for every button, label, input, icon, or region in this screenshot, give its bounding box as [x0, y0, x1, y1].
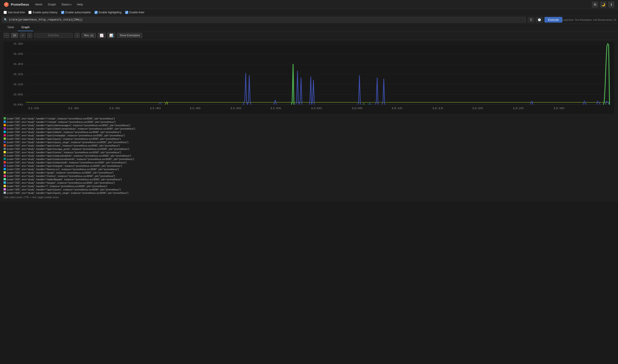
legend-item[interactable]: {code="200", env="study", handler="/api/… — [4, 124, 614, 127]
legend-color — [4, 144, 6, 146]
legend-item[interactable]: {code="200", env="study", handler="/metr… — [4, 174, 614, 177]
settings-icon[interactable]: ⚙ — [592, 1, 598, 8]
svg-text:11:30: 11:30 — [68, 107, 79, 110]
show-exemplars-button[interactable]: Show Exemplars — [117, 33, 142, 38]
nav-graph[interactable]: Graph — [46, 2, 58, 7]
graph-controls: − 1h + ‹ › Res. (s) 📈 📊 Show Exemplars — [0, 31, 618, 40]
svg-text:11:45: 11:45 — [189, 107, 200, 110]
legend-color — [4, 158, 6, 160]
legend-color — [4, 148, 6, 150]
legend-item-text: {code="200", env="study", handler="/api/… — [7, 127, 135, 130]
enable-linter-text: Enable linter — [130, 11, 145, 14]
legend-item[interactable]: {code="400", env="study", handler="/api/… — [4, 188, 614, 191]
navbar-right: ⚙ 🌙 ℹ — [592, 1, 614, 8]
legend-item[interactable]: {code="200", env="study", handler="/api/… — [4, 164, 614, 167]
tab-graph[interactable]: Graph — [18, 24, 33, 31]
legend-color — [4, 141, 6, 143]
legend-item-text: {code="200", env="study", handler="/api/… — [7, 161, 127, 164]
legend-item[interactable]: {code="200", env="study", handler="/api/… — [4, 157, 614, 160]
enable-linter-checkbox[interactable] — [125, 11, 128, 14]
search-input-wrapper: 🔍 — [2, 17, 526, 23]
time-next-button[interactable]: › — [75, 33, 79, 38]
legend-item[interactable]: {code="200", env="study", handler="/api/… — [4, 144, 614, 147]
legend-color — [4, 178, 6, 180]
theme-icon[interactable]: 🌙 — [600, 1, 606, 8]
chart-svg: 0.30 0.25 0.20 0.15 0.10 0.05 0.00 11:25… — [4, 41, 614, 114]
enable-query-history-label[interactable]: Enable query history — [28, 11, 57, 14]
svg-text:11:55: 11:55 — [270, 107, 281, 110]
legend-item[interactable]: {code="302", env="study", handler="/", i… — [4, 185, 614, 188]
tab-table[interactable]: Table — [4, 24, 18, 31]
chart-stacked-button[interactable]: 📊 — [107, 33, 115, 38]
execute-button[interactable]: Execute — [544, 17, 562, 23]
legend-item[interactable]: {code="200", env="study", handler="/api/… — [4, 134, 614, 137]
time-minus-button[interactable]: − — [4, 33, 9, 38]
legend-item[interactable]: {code="200", env="study", handler="/targ… — [4, 181, 614, 184]
chart-line-button[interactable]: 📈 — [98, 33, 105, 38]
legend-item[interactable]: {code="200", env="study", handler="/api/… — [4, 127, 614, 130]
info-icon[interactable]: ℹ — [608, 1, 614, 8]
search-bar: 🔍 ☰ 🕐 Execute Load time: 7ms Resolution:… — [0, 16, 618, 24]
svg-rect-2 — [4, 41, 614, 114]
enable-autocomplete-label[interactable]: Enable autocomplete — [61, 11, 91, 14]
svg-text:12:20: 12:20 — [472, 107, 483, 110]
svg-text:0.30: 0.30 — [13, 42, 23, 45]
legend-item-text: {code="200", env="study", handler="/api/… — [7, 144, 120, 147]
enable-highlighting-text: Enable highlighting — [99, 11, 121, 14]
legend-item[interactable]: {code="200", env="study", handler="/api/… — [4, 130, 614, 133]
nav-alerts[interactable]: Alerts — [33, 2, 45, 7]
use-local-time-label[interactable]: Use local time — [4, 11, 25, 14]
svg-text:0.20: 0.20 — [13, 63, 23, 65]
legend-item-text: {code="200", env="study", handler="/targ… — [7, 182, 115, 184]
end-time-input[interactable] — [34, 33, 73, 38]
enable-autocomplete-checkbox[interactable] — [61, 11, 64, 14]
svg-text:P: P — [5, 3, 7, 6]
time-prev-button[interactable]: ‹ — [27, 33, 32, 38]
nav-help[interactable]: Help — [75, 2, 85, 7]
legend-item-text: {code="400", env="study", handler="/api/… — [7, 192, 129, 194]
legend-item[interactable]: {code="200", env="study", handler="/-/re… — [4, 117, 614, 120]
resolution-button[interactable]: Res. (s) — [81, 33, 96, 38]
enable-query-history-checkbox[interactable] — [28, 11, 32, 14]
legend-item[interactable]: {code="200", env="study", handler="/api/… — [4, 151, 614, 154]
legend-item[interactable]: {code="200", env="study", handler="/api/… — [4, 154, 614, 157]
query-input[interactable] — [9, 18, 524, 21]
toolbar: Use local time Enable query history Enab… — [0, 9, 618, 16]
legend-item[interactable]: {code="400", env="study", handler="/api/… — [4, 191, 614, 194]
tabs-bar: Table Graph — [0, 24, 618, 31]
svg-text:0.25: 0.25 — [13, 52, 23, 55]
legend-item[interactable]: {code="200", env="study", handler="/favi… — [4, 168, 614, 171]
enable-highlighting-checkbox[interactable] — [94, 11, 98, 14]
legend-items-container: {code="200", env="study", handler="/-/re… — [4, 117, 614, 194]
use-local-time-text: Use local time — [8, 11, 25, 14]
legend-item[interactable]: {code="200", env="study", handler="/grap… — [4, 171, 614, 174]
svg-text:0.10: 0.10 — [13, 83, 23, 86]
time-plus-button[interactable]: + — [20, 33, 26, 38]
legend-item-text: {code="200", env="study", handler="/api/… — [7, 158, 134, 160]
enable-highlighting-label[interactable]: Enable highlighting — [94, 11, 121, 14]
enable-linter-label[interactable]: Enable linter — [125, 11, 145, 14]
legend-item[interactable]: {code="200", env="study", handler="/api/… — [4, 137, 614, 140]
legend-item-text: {code="200", env="study", handler="/api/… — [7, 138, 121, 140]
brand: P Prometheus — [4, 2, 29, 7]
history-button[interactable]: 🕐 — [536, 17, 543, 23]
prometheus-logo-icon: P — [4, 2, 9, 7]
legend-item[interactable]: {code="200", env="study", handler="/stat… — [4, 178, 614, 181]
format-button[interactable]: ☰ — [528, 17, 534, 23]
legend-item[interactable]: {code="200", env="study", handler="/-/re… — [4, 120, 614, 123]
svg-text:12:05: 12:05 — [352, 107, 363, 110]
legend-item[interactable]: {code="200", env="study", handler="/api/… — [4, 141, 614, 143]
svg-text:12:25: 12:25 — [513, 107, 524, 110]
svg-text:0.00: 0.00 — [13, 103, 23, 106]
legend-color — [4, 161, 6, 163]
legend-item-text: {code="200", env="study", handler="/stat… — [7, 178, 122, 181]
nav-status[interactable]: Status — [59, 2, 74, 7]
legend-item[interactable]: {code="200", env="study", handler="/api/… — [4, 147, 614, 150]
legend-color — [4, 131, 6, 133]
svg-text:11:35: 11:35 — [109, 107, 120, 110]
legend-color — [4, 134, 6, 136]
legend-item-text: {code="200", env="study", handler="/api/… — [7, 134, 125, 137]
chart-area: 0.30 0.25 0.20 0.15 0.10 0.05 0.00 11:25… — [0, 40, 618, 115]
legend-item[interactable]: {code="200", env="study", handler="/api/… — [4, 161, 614, 164]
use-local-time-checkbox[interactable] — [4, 11, 7, 14]
